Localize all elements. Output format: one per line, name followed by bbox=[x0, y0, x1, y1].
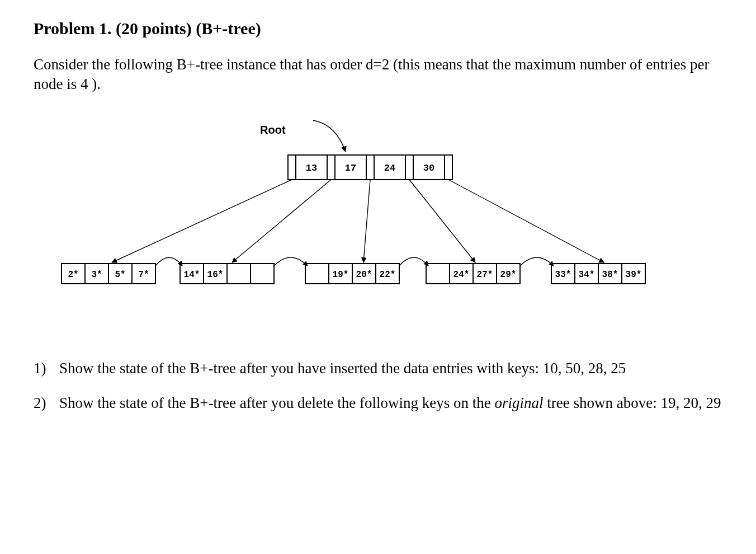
root-key-2: 24 bbox=[384, 163, 395, 173]
question-1-text: Show the state of the B+-tree after you … bbox=[59, 359, 722, 379]
svg-text:20*: 20* bbox=[356, 270, 372, 280]
svg-rect-4 bbox=[366, 155, 374, 180]
svg-line-11 bbox=[363, 180, 370, 262]
questions: 1) Show the state of the B+-tree after y… bbox=[34, 359, 722, 413]
leaf-0: 2* 3* 5* 7* bbox=[62, 264, 155, 284]
svg-rect-0 bbox=[288, 155, 296, 180]
svg-text:29*: 29* bbox=[500, 270, 517, 280]
svg-line-12 bbox=[409, 180, 475, 262]
problem-page: Problem 1. (20 points) (B+-tree) Conside… bbox=[0, 0, 756, 554]
svg-text:24*: 24* bbox=[453, 270, 470, 280]
svg-text:16*: 16* bbox=[207, 270, 224, 280]
svg-text:2*: 2* bbox=[68, 270, 78, 280]
question-1-number: 1) bbox=[34, 359, 59, 379]
question-1: 1) Show the state of the B+-tree after y… bbox=[34, 359, 722, 379]
svg-rect-28 bbox=[305, 264, 329, 284]
leaf-3: 24* 27* 29* bbox=[426, 264, 520, 284]
problem-intro: Consider the following B+-tree instance … bbox=[34, 55, 722, 93]
root-key-0: 13 bbox=[306, 163, 317, 173]
svg-text:38*: 38* bbox=[602, 270, 618, 280]
question-2: 2) Show the state of the B+-tree after y… bbox=[34, 393, 722, 414]
svg-text:33*: 33* bbox=[555, 270, 571, 280]
question-2-text: Show the state of the B+-tree after you … bbox=[59, 393, 722, 414]
question-2-number: 2) bbox=[34, 393, 59, 414]
svg-text:39*: 39* bbox=[626, 270, 642, 280]
leaf-row: 2* 3* 5* 7* 14* 16* bbox=[62, 257, 645, 284]
svg-rect-25 bbox=[251, 264, 274, 284]
root-key-3: 30 bbox=[423, 163, 434, 173]
problem-title: Problem 1. (20 points) (B+-tree) bbox=[34, 19, 722, 38]
svg-line-13 bbox=[448, 180, 604, 262]
svg-text:34*: 34* bbox=[579, 270, 595, 280]
svg-text:27*: 27* bbox=[477, 270, 493, 280]
svg-text:19*: 19* bbox=[333, 270, 349, 280]
svg-line-10 bbox=[232, 180, 331, 262]
bplus-tree-diagram: Root 13 17 24 30 bbox=[34, 105, 722, 340]
svg-text:7*: 7* bbox=[138, 270, 149, 280]
svg-rect-6 bbox=[405, 155, 413, 180]
svg-rect-8 bbox=[445, 155, 452, 180]
svg-line-9 bbox=[112, 180, 292, 262]
root-label: Root bbox=[260, 124, 286, 136]
svg-text:3*: 3* bbox=[91, 270, 102, 280]
svg-text:22*: 22* bbox=[380, 270, 396, 280]
svg-rect-35 bbox=[426, 264, 450, 284]
svg-rect-24 bbox=[227, 264, 251, 284]
leaf-2: 19* 20* 22* bbox=[305, 264, 399, 284]
root-key-1: 17 bbox=[345, 163, 356, 173]
root-node: 13 17 24 30 bbox=[288, 155, 452, 180]
svg-text:14*: 14* bbox=[184, 270, 200, 280]
leaf-1: 14* 16* bbox=[180, 264, 274, 284]
svg-text:5*: 5* bbox=[115, 270, 125, 280]
svg-rect-2 bbox=[327, 155, 335, 180]
leaf-4: 33* 34* 38* 39* bbox=[551, 264, 645, 284]
